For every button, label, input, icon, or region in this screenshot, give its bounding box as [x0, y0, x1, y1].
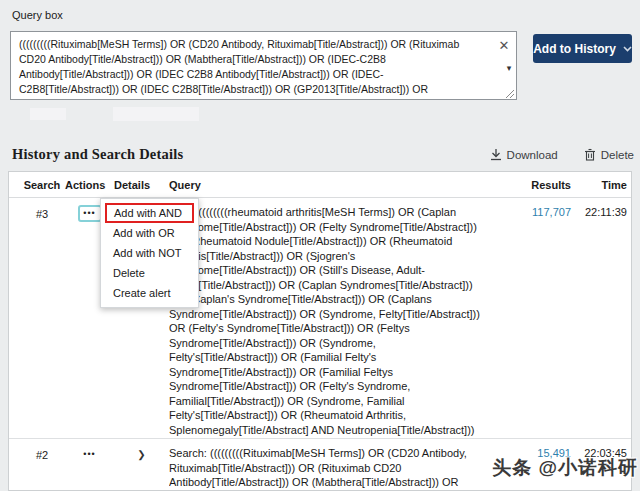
download-label: Download	[507, 149, 558, 161]
section-toolbar: Download Delete	[490, 148, 634, 161]
delete-label: Delete	[601, 149, 634, 161]
time-value: 22:03:45	[571, 446, 627, 461]
query-textarea[interactable]: (((((((((Rituximab[MeSH Terms]) OR (CD20…	[10, 31, 517, 100]
column-header-details: Details	[114, 179, 169, 191]
section-title: History and Search Details	[12, 146, 183, 163]
search-number: #3	[19, 205, 65, 222]
scroll-down-icon[interactable]: ▾	[503, 62, 515, 74]
column-header-time: Time	[571, 179, 627, 191]
download-button[interactable]: Download	[490, 148, 558, 161]
clear-query-icon[interactable]: ✕	[495, 37, 513, 55]
chevron-down-icon	[623, 46, 632, 52]
trash-icon	[584, 148, 596, 161]
menu-item-add-with-or[interactable]: Add with OR	[101, 223, 198, 243]
download-icon	[490, 148, 502, 161]
results-link[interactable]: 117,707	[485, 205, 571, 220]
query-text: ((((((((((((((((rheumatoid arthritis[MeS…	[169, 205, 485, 438]
actions-ellipsis-button[interactable]: •••	[78, 446, 102, 463]
column-header-query: Query	[169, 179, 485, 191]
resize-handle-icon[interactable]	[504, 88, 515, 99]
actions-dropdown-menu: Add with AND Add with OR Add with NOT De…	[100, 198, 199, 308]
column-header-actions: Actions	[65, 179, 114, 191]
query-box-label: Query box	[12, 9, 63, 21]
add-to-history-button[interactable]: Add to History	[533, 34, 632, 63]
results-link[interactable]: 15,491	[485, 446, 571, 461]
table-row: #2 ••• ❯ Search: (((((((((Rituximab[MeSH…	[9, 438, 631, 491]
delete-button[interactable]: Delete	[584, 148, 634, 161]
details-expand-button[interactable]: ❯	[114, 446, 169, 463]
faded-artifact	[30, 108, 66, 120]
menu-item-create-alert[interactable]: Create alert	[101, 283, 198, 303]
table-header-row: Search Actions Details Query Results Tim…	[9, 172, 631, 198]
column-header-results: Results	[485, 179, 571, 191]
column-header-search: Search	[19, 179, 65, 191]
time-value: 22:11:39	[571, 205, 627, 220]
menu-item-delete[interactable]: Delete	[101, 263, 198, 283]
menu-item-add-with-and[interactable]: Add with AND	[105, 203, 194, 223]
actions-ellipsis-button[interactable]: •••	[78, 205, 102, 222]
faded-artifact	[113, 107, 199, 121]
search-number: #2	[19, 446, 65, 463]
menu-item-add-with-not[interactable]: Add with NOT	[101, 243, 198, 263]
query-text: Search: (((((((((Rituximab[MeSH Terms]) …	[169, 446, 485, 491]
add-to-history-label: Add to History	[533, 42, 616, 56]
